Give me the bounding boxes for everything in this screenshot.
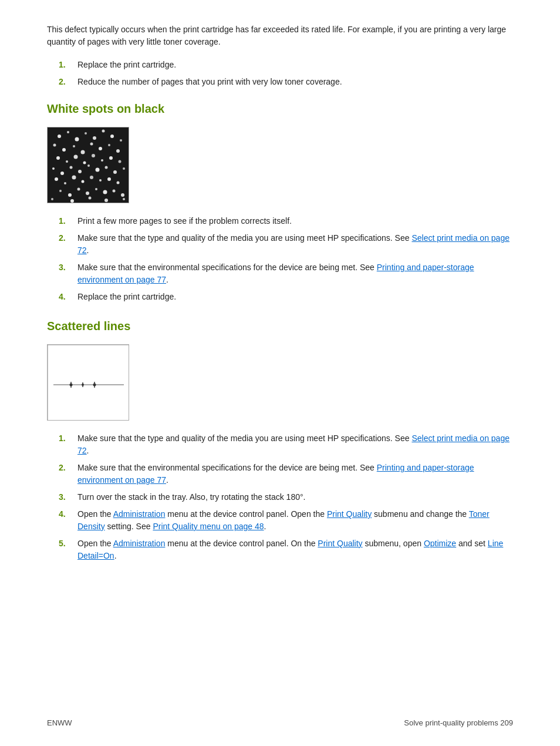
list-num: 2. — [59, 232, 70, 257]
list-item: 1. Replace the print cartridge. — [59, 59, 513, 71]
svg-point-48 — [113, 190, 116, 193]
svg-point-49 — [121, 193, 124, 197]
list-item-text: Make sure that the type and quality of t… — [77, 232, 513, 257]
svg-point-29 — [87, 164, 90, 167]
svg-point-4 — [85, 132, 87, 135]
white-spots-heading: White spots on black — [47, 100, 513, 117]
svg-point-33 — [123, 167, 125, 170]
optimize-link[interactable]: Optimize — [424, 539, 456, 548]
item-text-before: Make sure that the type and quality of t… — [77, 233, 411, 243]
svg-point-34 — [55, 177, 58, 181]
list-num: 4. — [59, 508, 70, 533]
list-item: 2. Reduce the number of pages that you p… — [59, 76, 513, 88]
svg-rect-55 — [48, 345, 129, 421]
scattered-lines-section: Scattered lines 1. — [47, 317, 513, 562]
svg-point-7 — [110, 135, 114, 138]
item-text-after: . — [166, 275, 168, 284]
svg-point-36 — [72, 176, 76, 180]
footer-right: Solve print-quality problems 209 — [404, 717, 513, 729]
scattered-lines-image — [47, 344, 129, 421]
list-item-text: Make sure that the environmental specifi… — [77, 462, 513, 486]
svg-point-3 — [75, 137, 79, 142]
list-item: 2. Make sure that the environmental spec… — [59, 462, 513, 486]
scattered-lines-svg — [48, 345, 129, 421]
item-text-after: . — [166, 475, 168, 485]
svg-point-46 — [95, 188, 97, 190]
svg-point-15 — [108, 144, 110, 146]
intro-list: 1. Replace the print cartridge. 2. Reduc… — [59, 59, 513, 88]
list-item: 1. Make sure that the type and quality o… — [59, 432, 513, 457]
item-text-after: . — [87, 446, 89, 455]
svg-point-53 — [104, 199, 108, 202]
svg-point-39 — [99, 179, 102, 182]
item-text-before: Make sure that the environmental specifi… — [77, 263, 377, 272]
item-text-middle3: setting. See — [105, 522, 153, 531]
svg-point-27 — [70, 166, 73, 169]
svg-point-51 — [70, 199, 74, 203]
svg-point-25 — [52, 167, 55, 170]
list-num: 5. — [59, 537, 70, 562]
svg-point-13 — [90, 143, 93, 146]
list-item-text: Replace the print cartridge. — [77, 291, 513, 303]
svg-point-40 — [107, 177, 111, 181]
svg-point-11 — [73, 145, 75, 147]
item-text-after: . — [87, 246, 89, 255]
administration-link-2[interactable]: Administration — [113, 539, 166, 548]
list-item-text: Replace the print cartridge. — [77, 59, 513, 71]
svg-point-19 — [74, 155, 78, 159]
list-item: 1. Print a few more pages to see if the … — [59, 215, 513, 227]
svg-point-20 — [83, 162, 86, 164]
print-quality-link-1[interactable]: Print Quality — [327, 509, 372, 519]
item-text-middle1: menu at the device control panel. Open t… — [165, 509, 327, 519]
svg-point-37 — [82, 180, 85, 183]
svg-point-32 — [113, 170, 117, 174]
item-text-after: . — [264, 522, 266, 531]
item-text-before: Open the — [77, 509, 113, 519]
item-text-before: Make sure that the environmental specifi… — [77, 463, 377, 472]
footer-left: ENWW — [47, 717, 72, 729]
svg-point-14 — [99, 147, 102, 150]
svg-point-38 — [90, 176, 93, 179]
item-text-before: Open the — [77, 539, 113, 548]
list-item-text: Print a few more pages to see if the pro… — [77, 215, 513, 227]
list-item-text: Make sure that the environmental specifi… — [77, 261, 513, 286]
svg-point-28 — [78, 170, 82, 173]
svg-point-41 — [117, 182, 120, 184]
administration-link-1[interactable]: Administration — [113, 509, 166, 519]
list-item-text: Make sure that the type and quality of t… — [77, 432, 513, 457]
svg-point-1 — [58, 135, 61, 138]
print-quality-menu-link[interactable]: Print Quality menu on page 48 — [153, 522, 264, 531]
footer: ENWW Solve print-quality problems 209 — [47, 717, 513, 729]
svg-point-26 — [60, 172, 64, 175]
scattered-lines-list: 1. Make sure that the type and quality o… — [59, 432, 513, 562]
svg-point-16 — [116, 149, 120, 153]
svg-point-52 — [89, 197, 92, 200]
list-item-text: Turn over the stack in the tray. Also, t… — [77, 491, 513, 503]
svg-point-35 — [64, 182, 66, 184]
svg-point-50 — [51, 198, 53, 200]
list-num: 4. — [59, 291, 70, 303]
svg-point-5 — [93, 136, 96, 140]
list-item-text: Reduce the number of pages that you prin… — [77, 76, 513, 88]
item-text-middle2: submenu, open — [363, 539, 424, 548]
item-text-after: . — [114, 551, 117, 560]
svg-point-24 — [119, 160, 122, 163]
white-spots-image — [47, 127, 129, 203]
list-item: 3. Make sure that the environmental spec… — [59, 261, 513, 286]
list-item: 3. Turn over the stack in the tray. Also… — [59, 491, 513, 503]
list-item: 2. Make sure that the type and quality o… — [59, 232, 513, 257]
list-num: 1. — [59, 59, 70, 71]
list-num: 1. — [59, 432, 70, 457]
svg-point-22 — [101, 159, 103, 162]
svg-point-44 — [77, 188, 80, 191]
svg-point-17 — [56, 156, 60, 160]
white-spots-list: 1. Print a few more pages to see if the … — [59, 215, 513, 303]
list-num: 3. — [59, 491, 70, 503]
list-item: 4. Open the Administration menu at the d… — [59, 508, 513, 533]
svg-point-12 — [81, 150, 85, 154]
svg-point-2 — [67, 131, 69, 133]
svg-point-45 — [86, 191, 89, 195]
print-quality-link-2[interactable]: Print Quality — [318, 539, 362, 548]
svg-point-30 — [96, 168, 100, 172]
svg-point-10 — [62, 148, 66, 152]
